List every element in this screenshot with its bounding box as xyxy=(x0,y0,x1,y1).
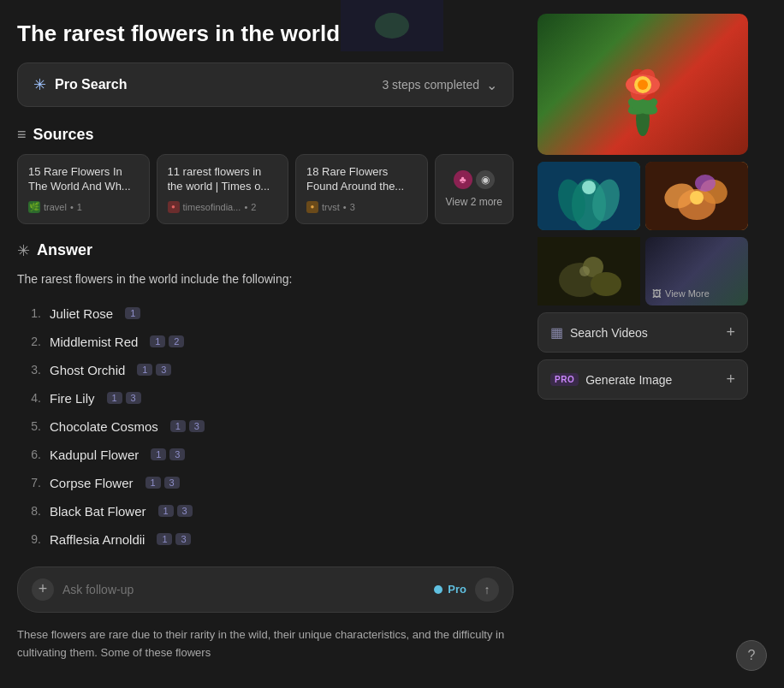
search-videos-button[interactable]: ▦ Search Videos + xyxy=(538,312,748,353)
chevron-down-icon: ⌄ xyxy=(486,77,497,93)
source-site-1: travel xyxy=(44,202,67,212)
generate-image-button[interactable]: PRO Generate Image + xyxy=(538,359,748,400)
pro-label-badge: PRO xyxy=(550,373,579,386)
cite-badges: 1 xyxy=(125,307,140,319)
cite-badges: 13 xyxy=(146,477,180,489)
generate-image-plus-icon: + xyxy=(726,371,735,388)
cite-badge[interactable]: 3 xyxy=(169,448,185,460)
cite-badge[interactable]: 1 xyxy=(137,364,152,376)
flower-number: 8. xyxy=(21,504,41,518)
bottom-image-1 xyxy=(538,237,640,305)
cite-badges: 13 xyxy=(170,420,205,432)
view-more-images-label: View More xyxy=(665,288,710,299)
bottom-images-row: 🖼 View More xyxy=(538,237,748,305)
flower-name: Juliet Rose xyxy=(50,306,113,321)
cite-badges: 13 xyxy=(151,448,185,460)
cite-badges: 13 xyxy=(137,364,171,376)
cite-badge[interactable]: 1 xyxy=(170,420,186,432)
cite-badge[interactable]: 3 xyxy=(156,364,171,376)
follow-up-bar[interactable]: + Pro ↑ xyxy=(17,566,514,613)
answer-title: Answer xyxy=(37,241,92,259)
view-more-images[interactable]: 🖼 View More xyxy=(645,237,748,305)
answer-section: ✳ Answer The rarest flowers in the world… xyxy=(17,241,514,553)
svg-point-8 xyxy=(638,80,648,90)
cite-badge[interactable]: 3 xyxy=(177,505,193,517)
list-item: 3.Ghost Orchid13 xyxy=(17,357,514,383)
flower-number: 4. xyxy=(21,391,41,405)
pro-search-icon: ✳ xyxy=(33,75,46,94)
svg-point-13 xyxy=(582,181,596,194)
steps-completed: 3 steps completed xyxy=(382,78,479,92)
source-card-1[interactable]: 15 Rare Flowers In The World And Wh... 🌿… xyxy=(17,154,150,224)
flower-number: 1. xyxy=(21,306,41,320)
source-favicon-1: 🌿 xyxy=(28,201,40,213)
cite-badge[interactable]: 1 xyxy=(107,392,122,404)
source-title-1: 15 Rare Flowers In The World And Wh... xyxy=(28,165,139,194)
bottom-text: These flowers are rare due to their rari… xyxy=(17,626,514,662)
list-item: 5.Chocolate Cosmos13 xyxy=(17,413,514,440)
answer-icon: ✳ xyxy=(17,241,30,260)
cite-badge[interactable]: 1 xyxy=(125,307,140,319)
send-button[interactable]: ↑ xyxy=(475,578,499,602)
add-followup-button[interactable]: + xyxy=(32,578,54,601)
flower-name: Kadupul Flower xyxy=(50,448,139,462)
sources-grid: 15 Rare Flowers In The World And Wh... 🌿… xyxy=(17,154,514,224)
source-count-1: 1 xyxy=(77,202,82,212)
list-item: 4.Fire Lily13 xyxy=(17,385,514,412)
cite-badge[interactable]: 1 xyxy=(151,448,166,460)
list-item: 9.Rafflesia Arnoldii13 xyxy=(17,526,514,553)
cite-badge[interactable]: 1 xyxy=(150,335,165,347)
sub-images-row xyxy=(538,162,748,230)
extra-source-icon-2: ◉ xyxy=(476,170,495,189)
sources-icon: ≡ xyxy=(17,126,27,144)
flower-number: 9. xyxy=(21,532,41,546)
pro-search-bar[interactable]: ✳ Pro Search 3 steps completed ⌄ xyxy=(17,62,514,107)
list-item: 2.Middlemist Red12 xyxy=(17,329,514,355)
cite-badge[interactable]: 3 xyxy=(126,392,141,404)
flower-name: Rafflesia Arnoldii xyxy=(50,532,145,547)
cite-badge[interactable]: 1 xyxy=(157,533,172,545)
flower-name: Black Bat Flower xyxy=(50,504,146,519)
flower-name: Chocolate Cosmos xyxy=(50,419,158,434)
cite-badge[interactable]: 3 xyxy=(175,533,191,545)
answer-intro: The rarest flowers in the world include … xyxy=(17,270,514,288)
source-site-3: trvst xyxy=(322,202,340,212)
source-num-1: • xyxy=(70,202,74,212)
cite-badge[interactable]: 3 xyxy=(164,477,180,489)
help-button[interactable]: ? xyxy=(736,640,767,671)
list-item: 7.Corpse Flower13 xyxy=(17,470,514,496)
view-more-sources[interactable]: ♣ ◉ View 2 more xyxy=(435,154,514,224)
cite-badges: 13 xyxy=(157,533,191,545)
cite-badges: 12 xyxy=(150,335,184,347)
sources-title: Sources xyxy=(33,126,94,144)
help-icon: ? xyxy=(748,648,756,663)
flower-number: 2. xyxy=(21,335,41,348)
cite-badge[interactable]: 1 xyxy=(146,477,161,489)
flower-number: 7. xyxy=(21,476,41,489)
source-favicon-2: ● xyxy=(168,201,180,213)
pro-search-label: Pro Search xyxy=(55,77,127,92)
source-card-2[interactable]: 11 rarest flowers in the world | Times o… xyxy=(157,154,289,224)
source-site-2: timesofindia... xyxy=(183,202,241,212)
flower-name: Ghost Orchid xyxy=(50,363,125,377)
pro-label: Pro xyxy=(448,583,466,596)
svg-point-23 xyxy=(591,272,621,296)
svg-point-18 xyxy=(690,191,704,205)
extra-source-icon-1: ♣ xyxy=(454,170,472,189)
search-videos-label: Search Videos xyxy=(570,326,648,340)
svg-point-19 xyxy=(695,175,716,192)
cite-badge[interactable]: 1 xyxy=(158,505,174,517)
pro-badge: Pro xyxy=(434,583,466,596)
svg-point-26 xyxy=(375,13,409,39)
list-item: 1.Juliet Rose1 xyxy=(17,300,514,327)
cite-badge[interactable]: 3 xyxy=(189,420,205,432)
sources-section: ≡ Sources 15 Rare Flowers In The World A… xyxy=(17,126,514,224)
follow-up-input[interactable] xyxy=(62,583,425,596)
source-card-3[interactable]: 18 Rare Flowers Found Around the... ● tr… xyxy=(295,154,428,224)
flower-name: Middlemist Red xyxy=(50,335,138,349)
source-count-2: 2 xyxy=(251,202,256,212)
cite-badge[interactable]: 2 xyxy=(169,335,184,347)
flower-number: 3. xyxy=(21,363,41,377)
flower-name: Fire Lily xyxy=(50,391,95,406)
video-icon: ▦ xyxy=(550,324,563,341)
